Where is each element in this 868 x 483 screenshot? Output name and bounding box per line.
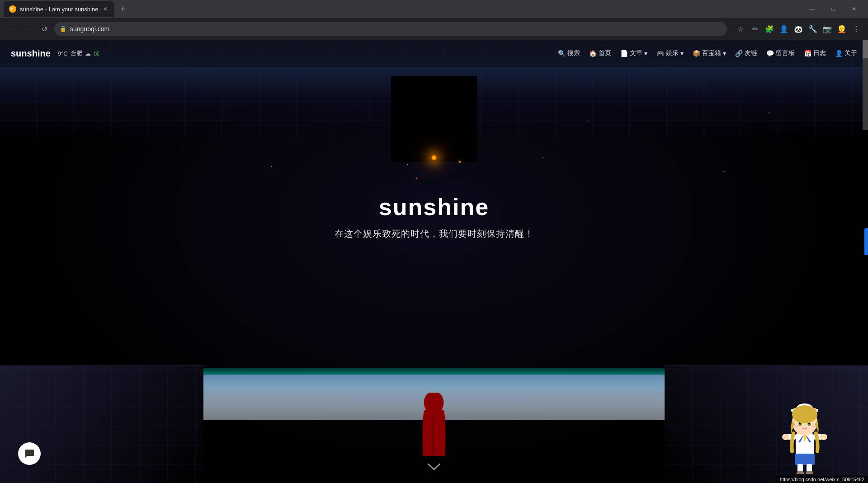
anime-character (778, 393, 832, 474)
star-dot (633, 180, 633, 180)
nav-guestbook-label: 留言板 (776, 49, 795, 57)
nav-right: 🔍 搜索 🏠 首页 📄 文章 ▾ 🎮 娱乐 ▾ (558, 49, 857, 57)
tab-favicon: ☀ (9, 5, 16, 13)
svg-point-13 (820, 434, 827, 440)
active-tab[interactable]: ☀ sunshine - I am your sunshine ✕ (4, 1, 114, 17)
nav-entertainment-label: 娱乐 (666, 49, 679, 57)
center-block (391, 76, 477, 162)
nav-articles[interactable]: 📄 文章 ▾ (620, 49, 647, 57)
edit-icon[interactable]: ✏ (749, 23, 761, 35)
hero-section: sunshine 在这个娱乐致死的时代，我们要时刻保持清醒！ (0, 40, 868, 483)
weather-info: 9°C 合肥 ☁ 优 (58, 49, 99, 57)
tab-bar: ☀ sunshine - I am your sunshine ✕ + — □ … (0, 0, 868, 18)
nav-search-label: 搜索 (567, 49, 580, 57)
friends-icon: 🔗 (735, 50, 743, 57)
user-icon-1[interactable]: 👤 (778, 23, 790, 35)
url-bar[interactable]: 🔒 sunguoqi.com (54, 22, 727, 36)
extensions-icon[interactable]: 🧩 (763, 23, 776, 35)
browser-chrome: ☀ sunshine - I am your sunshine ✕ + — □ … (0, 0, 868, 40)
refresh-button[interactable]: ↺ (38, 23, 51, 35)
nav-friends[interactable]: 🔗 友链 (735, 49, 757, 57)
guestbook-icon: 💬 (766, 50, 774, 57)
user-icon-2[interactable]: 🐼 (792, 23, 805, 35)
nav-diary[interactable]: 📅 日志 (804, 49, 826, 57)
svg-point-27 (794, 425, 799, 427)
camera-icon[interactable]: 📷 (821, 23, 834, 35)
nav-home[interactable]: 🏠 首页 (589, 49, 611, 57)
maximize-button[interactable]: □ (823, 0, 844, 18)
nav-about[interactable]: 👤 关于 (835, 49, 857, 57)
address-bar: ← → ↺ 🔒 sunguoqi.com ☆ ✏ 🧩 👤 🐼 🔧 📷 👱 ⋮ (0, 18, 868, 40)
tab-close-button[interactable]: ✕ (102, 5, 109, 13)
svg-point-29 (792, 405, 817, 423)
site-logo[interactable]: sunshine (11, 48, 51, 59)
url-text: sunguoqi.com (70, 25, 109, 33)
down-arrow[interactable] (427, 461, 441, 474)
tab-title: sunshine - I am your sunshine (20, 6, 98, 13)
profile-icon[interactable]: 👱 (835, 23, 848, 35)
nav-home-label: 首页 (599, 49, 611, 57)
minimize-button[interactable]: — (802, 0, 823, 18)
bookmark-icon[interactable]: ☆ (734, 23, 747, 35)
svg-point-12 (782, 434, 789, 440)
figure (420, 393, 449, 456)
weather-quality: 优 (94, 49, 99, 57)
articles-dropdown-icon: ▾ (644, 50, 647, 57)
star-dot (723, 171, 724, 172)
star-dot (271, 166, 272, 167)
entertainment-icon: 🎮 (656, 50, 664, 57)
svg-point-28 (811, 425, 815, 427)
close-button[interactable]: ✕ (844, 0, 864, 18)
back-button[interactable]: ← (5, 23, 18, 35)
weather-temp: 9°C (58, 50, 68, 57)
particle-dot (416, 178, 417, 179)
scroll-thumb[interactable] (863, 40, 868, 58)
right-structure (665, 366, 868, 483)
forward-button[interactable]: → (22, 23, 34, 35)
star-dot (362, 175, 362, 176)
menu-icon[interactable]: ⋮ (850, 23, 863, 35)
sun-glow (431, 155, 437, 160)
nav-toolbox[interactable]: 📦 百宝箱 ▾ (693, 49, 726, 57)
nav-about-label: 关于 (844, 49, 857, 57)
left-structure (0, 366, 203, 483)
toolbox-dropdown-icon: ▾ (723, 50, 726, 57)
svg-rect-5 (795, 454, 815, 465)
extensions-puzzle-icon[interactable]: 🔧 (807, 23, 819, 35)
particle-dot (459, 161, 461, 163)
weather-city: 合肥 (71, 49, 82, 57)
star-dot (181, 148, 181, 149)
about-icon: 👤 (835, 50, 843, 57)
star-dot (542, 157, 543, 158)
right-accent-bar (864, 228, 868, 255)
diary-icon: 📅 (804, 50, 811, 57)
scrollbar[interactable] (863, 40, 868, 130)
website-content: sunshine 在这个娱乐致死的时代，我们要时刻保持清醒！ (0, 40, 868, 483)
svg-rect-9 (806, 471, 813, 474)
nav-toolbox-label: 百宝箱 (702, 49, 721, 57)
hero-text-area: sunshine 在这个娱乐致死的时代，我们要时刻保持清醒！ (0, 193, 868, 240)
weather-cloud-icon: ☁ (85, 50, 91, 57)
home-icon: 🏠 (589, 50, 597, 57)
window-controls: — □ ✕ (802, 0, 864, 18)
toolbar-icons: ☆ ✏ 🧩 👤 🐼 🔧 📷 👱 ⋮ (734, 23, 863, 35)
hero-title: sunshine (0, 193, 868, 220)
nav-search[interactable]: 🔍 搜索 (558, 49, 580, 57)
nav-entertainment[interactable]: 🎮 娱乐 ▾ (656, 49, 684, 57)
particle-dot (407, 164, 408, 165)
svg-rect-8 (797, 471, 804, 474)
nav-friends-label: 友链 (745, 49, 757, 57)
status-bar-url: https://blog.csdn.net/weixin_50915462 (776, 476, 868, 483)
article-icon: 📄 (620, 50, 628, 57)
nav-articles-label: 文章 (630, 49, 642, 57)
chat-icon (24, 449, 34, 459)
lock-icon: 🔒 (60, 26, 66, 32)
nav-guestbook[interactable]: 💬 留言板 (766, 49, 795, 57)
search-icon: 🔍 (558, 50, 566, 57)
figure-svg (420, 393, 449, 456)
new-tab-button[interactable]: + (116, 3, 129, 15)
toolbox-icon: 📦 (693, 50, 700, 57)
right-grid (665, 366, 868, 483)
chat-button[interactable] (18, 442, 41, 465)
anime-svg (778, 393, 832, 474)
